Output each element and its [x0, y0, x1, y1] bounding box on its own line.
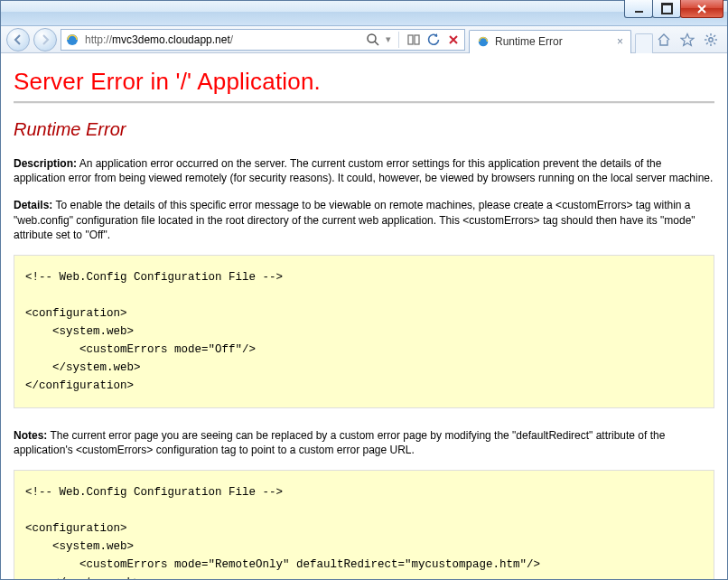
divider — [14, 101, 714, 103]
close-icon — [696, 4, 707, 14]
details-paragraph: Details: To enable the details of this s… — [14, 198, 714, 242]
tab-strip: Runtime Error × — [469, 26, 653, 53]
refresh-button[interactable] — [426, 33, 441, 47]
svg-point-1 — [368, 34, 376, 42]
search-icon — [366, 33, 380, 47]
description-paragraph: Description: An application error occurr… — [14, 156, 714, 185]
stop-button[interactable] — [446, 33, 461, 47]
notes-label: Notes: — [14, 429, 47, 442]
minimize-button[interactable] — [624, 0, 653, 18]
svg-point-5 — [479, 37, 489, 47]
svg-rect-3 — [408, 35, 413, 44]
titlebar — [1, 1, 727, 26]
broken-page-icon — [406, 33, 421, 47]
svg-rect-4 — [415, 35, 419, 44]
search-button[interactable] — [366, 33, 380, 47]
page-viewport[interactable]: Server Error in '/' Application. Runtime… — [1, 53, 727, 579]
details-label: Details: — [14, 199, 52, 211]
error-page: Server Error in '/' Application. Runtime… — [1, 53, 727, 579]
svg-line-11 — [706, 35, 708, 37]
command-bar — [657, 33, 722, 47]
star-icon[interactable] — [680, 33, 695, 47]
error-heading: Runtime Error — [14, 119, 714, 140]
window-controls — [625, 0, 723, 18]
details-text: To enable the details of this specific e… — [14, 199, 695, 240]
back-button[interactable] — [6, 28, 30, 51]
notes-paragraph: Notes: The current error page you are se… — [14, 428, 714, 457]
ie-logo-icon — [477, 35, 490, 48]
home-icon[interactable] — [657, 33, 671, 47]
browser-window: http://mvc3demo.cloudapp.net/ ▾ — [0, 0, 728, 580]
svg-point-6 — [709, 37, 713, 41]
code-block-1: <!-- Web.Config Configuration File --> <… — [14, 255, 714, 408]
refresh-icon — [426, 33, 441, 47]
code-block-2: <!-- Web.Config Configuration File --> <… — [14, 470, 714, 579]
code-text-2: <!-- Web.Config Configuration File --> <… — [25, 483, 703, 579]
url-host: mvc3demo.cloudapp.net — [112, 33, 230, 46]
tab-close-button[interactable]: × — [617, 35, 623, 48]
gear-icon[interactable] — [704, 33, 718, 47]
address-bar[interactable]: http://mvc3demo.cloudapp.net/ ▾ — [61, 29, 465, 51]
svg-line-12 — [714, 42, 715, 44]
tab-title: Runtime Error — [495, 35, 563, 48]
url-path: / — [230, 33, 233, 46]
svg-line-14 — [706, 42, 708, 44]
url-text: http://mvc3demo.cloudapp.net/ — [85, 33, 360, 46]
ie-logo-icon — [65, 33, 79, 47]
stop-icon — [446, 33, 461, 47]
tab-active[interactable]: Runtime Error × — [469, 30, 631, 53]
description-text: An application error occurred on the ser… — [14, 157, 713, 184]
code-text-1: <!-- Web.Config Configuration File --> <… — [25, 268, 703, 395]
arrow-right-icon — [39, 33, 51, 46]
close-window-button[interactable] — [680, 0, 723, 18]
url-prefix: http:// — [85, 33, 112, 46]
maximize-button[interactable] — [652, 0, 681, 18]
separator — [398, 32, 399, 48]
dropdown-caret-icon[interactable]: ▾ — [386, 33, 391, 45]
forward-button[interactable] — [33, 28, 57, 51]
page-title: Server Error in '/' Application. — [14, 68, 714, 96]
description-label: Description: — [14, 157, 77, 170]
svg-line-2 — [375, 42, 378, 45]
svg-line-13 — [714, 35, 715, 37]
notes-text: The current error page you are seeing ca… — [14, 429, 665, 456]
compat-view-button[interactable] — [406, 33, 421, 47]
navigation-bar: http://mvc3demo.cloudapp.net/ ▾ — [1, 26, 727, 53]
arrow-left-icon — [12, 33, 24, 46]
new-tab-button[interactable] — [635, 33, 653, 53]
